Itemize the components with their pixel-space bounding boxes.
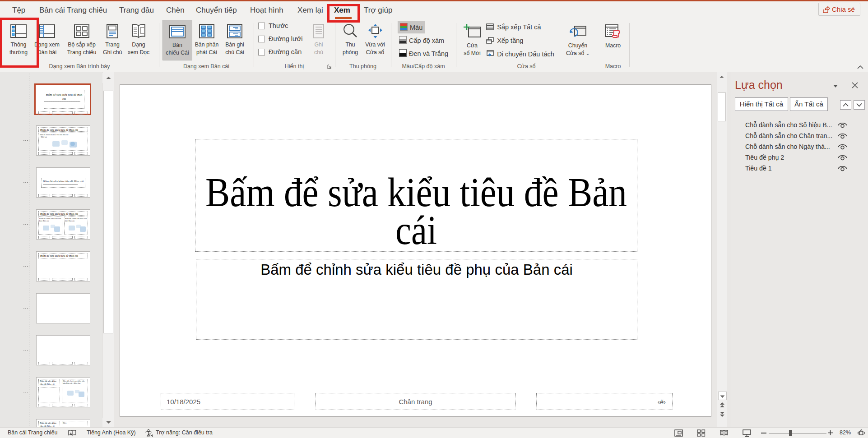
svg-text:cái: cái (395, 208, 437, 251)
